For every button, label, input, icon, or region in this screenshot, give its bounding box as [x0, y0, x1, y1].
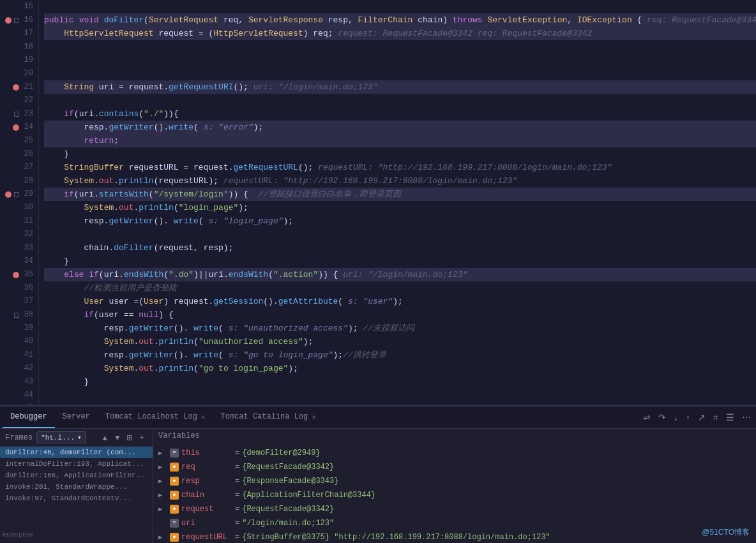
expand-chain-icon[interactable]: ▶: [158, 491, 167, 499]
var-value-resp: {ResponseFacade@3343}: [242, 477, 338, 486]
step-out-button[interactable]: ↑: [683, 411, 693, 424]
var-icon-req: ●: [170, 463, 179, 472]
line-num-19: 19: [5, 54, 33, 67]
line-num-42: 42: [5, 362, 33, 375]
tab-server[interactable]: Server: [55, 406, 98, 428]
breakpoint-16[interactable]: [5, 17, 11, 24]
var-item-req: ▶ ● req = {RequestFacade@3342}: [153, 460, 756, 474]
line-num-15: 15: [5, 0, 33, 13]
code-line-17: HttpServletRequest request = (HttpServle…: [44, 27, 756, 40]
code-line-40: System.out.println("unauthorized access"…: [44, 335, 756, 348]
frame-item-0[interactable]: doFilter:46, demoFilter (com...: [0, 447, 153, 458]
fold-29[interactable]: [14, 192, 19, 197]
debug-content: Frames *ht.l... ▾ ▲ ▼ ⊞ ＋ doFilter:46, d…: [0, 429, 756, 543]
var-value-this: {demoFilter@2949}: [242, 449, 320, 457]
var-icon-request: ●: [170, 505, 179, 514]
code-line-19: [44, 54, 756, 67]
expand-this-icon[interactable]: ▶: [158, 449, 167, 457]
expand-resp-icon[interactable]: ▶: [158, 477, 167, 485]
code-line-44: [44, 389, 756, 402]
frames-up-button[interactable]: ▲: [99, 431, 110, 443]
line-num-43: 43: [5, 375, 33, 389]
run-to-cursor-button[interactable]: ↗: [695, 411, 708, 424]
breakpoint-24[interactable]: [13, 124, 19, 131]
thread-dropdown[interactable]: *ht.l... ▾: [36, 431, 86, 443]
close-tomcat-localhost-icon[interactable]: ✕: [201, 413, 206, 421]
tab-tomcat-localhost[interactable]: Tomcat Localhost Log ✕: [98, 406, 213, 428]
var-name-uri: uri: [181, 519, 232, 528]
frames-add-button[interactable]: ＋: [136, 431, 147, 443]
code-line-20: [44, 67, 756, 80]
var-name-requesturl: requestURL: [181, 533, 232, 542]
frames-header: Frames *ht.l... ▾ ▲ ▼ ⊞ ＋: [0, 429, 153, 447]
line-num-21: 21: [5, 80, 33, 94]
expand-req-icon[interactable]: ▶: [158, 463, 167, 471]
tab-tomcat-catalina[interactable]: Tomcat Catalina Log ✕: [213, 406, 323, 428]
frame-item-1[interactable]: internalDoFilter:193, Applicat...: [0, 458, 153, 470]
line-num-33: 33: [5, 241, 33, 255]
code-line-25: return;: [44, 134, 756, 147]
code-line-34: }: [44, 255, 756, 268]
evaluate-button[interactable]: ⌗: [711, 411, 721, 424]
code-line-32: [44, 228, 756, 241]
line-num-28: 28: [5, 174, 33, 188]
debugger-panel: Debugger Server Tomcat Localhost Log ✕ T…: [0, 405, 756, 543]
var-icon-uri: =: [170, 519, 179, 528]
frame-item-2[interactable]: doFilter:166, ApplicationFilter...: [0, 470, 153, 481]
tab-debugger[interactable]: Debugger: [3, 406, 55, 428]
fold-38[interactable]: [14, 313, 19, 318]
var-icon-requesturl: ●: [170, 533, 179, 542]
variables-list: ▶ = this = {demoFilter@2949} ▶ ● req = {…: [153, 443, 756, 543]
frame-item-4[interactable]: invoke:97, StandardContextV...: [0, 493, 153, 504]
line-num-27: 27: [5, 161, 33, 174]
var-icon-resp: ●: [170, 477, 179, 486]
fold-16[interactable]: [14, 18, 19, 23]
line-num-39: 39: [5, 322, 33, 335]
breakpoint-29[interactable]: [5, 191, 11, 198]
frames-panel: Frames *ht.l... ▾ ▲ ▼ ⊞ ＋ doFilter:46, d…: [0, 429, 153, 543]
frames-filter-button[interactable]: ⊞: [125, 431, 135, 443]
var-value-request: {RequestFacade@3342}: [242, 505, 334, 514]
frame-item-3[interactable]: invoke:201, StandardWrappe...: [0, 481, 153, 493]
settings-button[interactable]: ☰: [723, 411, 737, 424]
resume-button[interactable]: ⇌: [640, 411, 653, 424]
line-num-31: 31: [5, 214, 33, 228]
code-line-21: String uri = request.getRequestURI(); ur…: [44, 80, 756, 94]
code-line-41: resp.getWriter(). write( s: "go to login…: [44, 348, 756, 362]
var-value-requesturl: {StringBuffer@3375} "http://192.168.199.…: [242, 533, 550, 542]
step-into-button[interactable]: ↓: [671, 411, 681, 424]
watermark: @51CTO博客: [702, 527, 750, 538]
expand-request-icon[interactable]: ▶: [158, 505, 167, 513]
code-line-38: if(user == null) {: [44, 308, 756, 322]
line-num-23: 23: [5, 107, 33, 121]
line-num-32: 32: [5, 228, 33, 241]
var-item-resp: ▶ ● resp = {ResponseFacade@3343}: [153, 474, 756, 488]
fold-23[interactable]: [14, 112, 19, 117]
line-num-26: 26: [5, 147, 33, 161]
tab-tomcat-localhost-label: Tomcat Localhost Log: [105, 412, 197, 421]
breakpoint-21[interactable]: [13, 84, 19, 91]
enterprise-label: enterprise: [3, 530, 34, 538]
line-num-20: 20: [5, 67, 33, 80]
breakpoint-35[interactable]: [13, 272, 19, 278]
expand-requesturl-icon[interactable]: ▶: [158, 533, 167, 541]
frames-down-button[interactable]: ▼: [112, 431, 123, 443]
code-lines[interactable]: public void doFilter(ServletRequest req,…: [39, 0, 756, 405]
debug-toolbar: ⇌ ↷ ↓ ↑ ↗ ⌗ ☰ ⋯: [640, 411, 753, 424]
step-over-button[interactable]: ↷: [656, 411, 669, 424]
frames-list: doFilter:46, demoFilter (com... internal…: [0, 447, 153, 543]
code-line-29: if(uri.startsWith("/system/login")) { //…: [44, 188, 756, 201]
code-line-42: System.out.println("go to login_page");: [44, 362, 756, 375]
var-item-uri: ▶ = uri = "/login/main.do;123": [153, 516, 756, 530]
line-num-24: 24: [5, 121, 33, 134]
more-button[interactable]: ⋯: [739, 411, 753, 424]
close-tomcat-catalina-icon[interactable]: ✕: [312, 413, 316, 421]
tab-tomcat-catalina-label: Tomcat Catalina Log: [220, 412, 308, 421]
var-item-this: ▶ = this = {demoFilter@2949}: [153, 446, 756, 460]
var-item-chain: ▶ ● chain = {ApplicationFilterChain@3344…: [153, 488, 756, 502]
code-line-18: [44, 40, 756, 54]
var-icon-this: =: [170, 449, 179, 457]
variables-title: Variables: [153, 429, 756, 443]
code-line-31: resp.getWriter(). write( s: "login_page"…: [44, 214, 756, 228]
chevron-down-icon: ▾: [77, 433, 82, 442]
